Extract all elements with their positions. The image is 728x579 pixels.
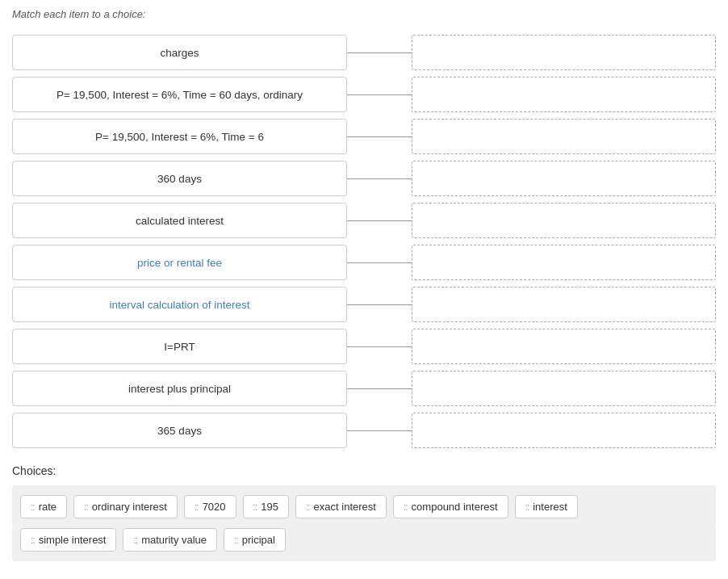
- chip-label: pricipal: [242, 534, 275, 546]
- connector-row-iprt: [347, 346, 412, 347]
- match-area: chargesP= 19,500, Interest = 6%, Time = …: [12, 35, 716, 448]
- left-item-row-principal: interest plus principal: [12, 371, 347, 406]
- choice-chip-chip-simple[interactable]: ::simple interest: [20, 528, 116, 552]
- drop-zone-row-principal[interactable]: [412, 371, 716, 406]
- choice-chip-chip-compound[interactable]: ::compound interest: [393, 495, 508, 518]
- chip-label: compound interest: [412, 501, 498, 513]
- drop-zone-row-formula2[interactable]: [412, 119, 716, 154]
- drop-zone-row-interval[interactable]: [412, 287, 716, 322]
- choice-chip-chip-ordinary[interactable]: ::ordinary interest: [73, 495, 178, 518]
- drop-zone-row-formula1[interactable]: [412, 77, 716, 112]
- drag-icon: ::: [404, 501, 408, 513]
- choice-chip-chip-interest[interactable]: ::interest: [515, 495, 578, 518]
- left-item-row-iprt: I=PRT: [12, 329, 347, 364]
- instruction-text: Match each item to a choice:: [12, 8, 716, 20]
- left-item-row-360days: 360 days: [12, 161, 347, 196]
- choice-chip-chip-pricipal[interactable]: ::pricipal: [224, 528, 286, 552]
- match-row-row-principal: interest plus principal: [12, 371, 716, 406]
- choice-chip-chip-7020[interactable]: ::7020: [184, 495, 236, 518]
- drag-icon: ::: [195, 501, 199, 513]
- connector-row-365days: [347, 430, 412, 431]
- drop-zone-row-calculated[interactable]: [412, 203, 716, 238]
- left-item-row-interval: interval calculation of interest: [12, 287, 347, 322]
- connector-row-formula2: [347, 136, 412, 137]
- drop-zone-row-360days[interactable]: [412, 161, 716, 196]
- chip-label: 7020: [203, 501, 226, 513]
- match-row-row-interval: interval calculation of interest: [12, 287, 716, 322]
- left-item-row-formula1: P= 19,500, Interest = 6%, Time = 60 days…: [12, 77, 347, 112]
- drag-icon: ::: [306, 501, 310, 513]
- drag-icon: ::: [31, 535, 35, 546]
- drop-zone-row-365days[interactable]: [412, 413, 716, 448]
- drag-icon: ::: [31, 501, 35, 513]
- match-row-row-360days: 360 days: [12, 161, 716, 196]
- drop-zone-row-rental[interactable]: [412, 245, 716, 280]
- chip-label: exact interest: [314, 501, 376, 513]
- drop-zone-row-iprt[interactable]: [412, 329, 716, 364]
- match-row-row-365days: 365 days: [12, 413, 716, 448]
- match-row-row-charges: charges: [12, 35, 716, 70]
- chip-label: rate: [39, 501, 56, 513]
- connector-row-formula1: [347, 94, 412, 95]
- connector-row-interval: [347, 304, 412, 305]
- match-row-row-formula2: P= 19,500, Interest = 6%, Time = 6: [12, 119, 716, 154]
- match-row-row-formula1: P= 19,500, Interest = 6%, Time = 60 days…: [12, 77, 716, 112]
- choices-row-2: ::simple interest::maturity value::prici…: [12, 528, 716, 561]
- left-item-row-rental: price or rental fee: [12, 245, 347, 280]
- connector-row-rental: [347, 262, 412, 263]
- choices-section: Choices: ::rate::ordinary interest::7020…: [12, 464, 716, 561]
- match-row-row-calculated: calculated interest: [12, 203, 716, 238]
- choice-chip-chip-rate[interactable]: ::rate: [20, 495, 67, 518]
- drop-zone-row-charges[interactable]: [412, 35, 716, 70]
- chip-label: 195: [261, 501, 278, 513]
- left-item-row-calculated: calculated interest: [12, 203, 347, 238]
- connector-row-principal: [347, 388, 412, 389]
- left-item-row-formula2: P= 19,500, Interest = 6%, Time = 6: [12, 119, 347, 154]
- choices-label: Choices:: [12, 464, 716, 477]
- chip-label: maturity value: [141, 534, 207, 546]
- connector-row-360days: [347, 178, 412, 179]
- choices-row-1: ::rate::ordinary interest::7020::195::ex…: [12, 485, 716, 528]
- chip-label: ordinary interest: [92, 501, 167, 513]
- choice-chip-chip-maturity[interactable]: ::maturity value: [123, 528, 217, 552]
- drag-icon: ::: [525, 501, 529, 513]
- choice-chip-chip-exact[interactable]: ::exact interest: [295, 495, 387, 518]
- drag-icon: ::: [84, 501, 88, 513]
- connector-row-charges: [347, 52, 412, 53]
- chip-label: simple interest: [39, 534, 107, 546]
- choice-chip-chip-195[interactable]: ::195: [243, 495, 289, 518]
- match-row-row-iprt: I=PRT: [12, 329, 716, 364]
- left-item-row-365days: 365 days: [12, 413, 347, 448]
- drag-icon: ::: [234, 535, 238, 546]
- left-item-row-charges: charges: [12, 35, 347, 70]
- chip-label: interest: [533, 501, 567, 513]
- connector-row-calculated: [347, 220, 412, 221]
- drag-icon: ::: [253, 501, 257, 513]
- match-row-row-rental: price or rental fee: [12, 245, 716, 280]
- drag-icon: ::: [133, 535, 137, 546]
